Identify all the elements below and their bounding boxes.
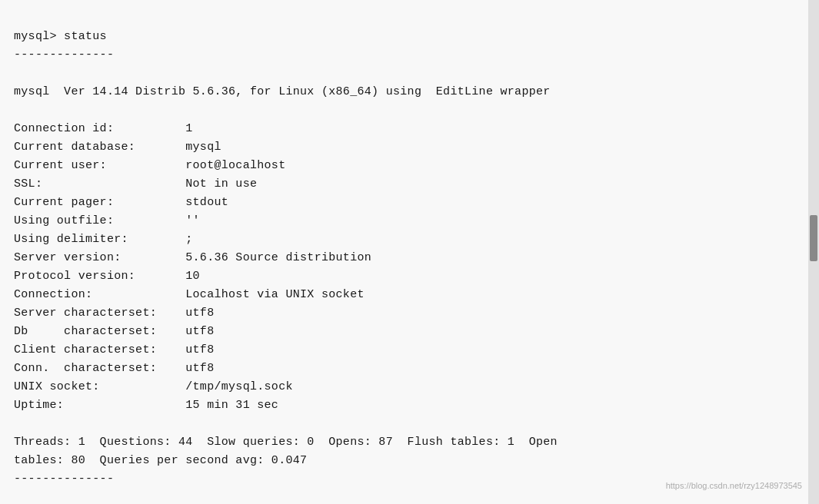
field-ssl: SSL: Not in use (14, 177, 257, 191)
field-current-pager: Current pager: stdout (14, 196, 228, 209)
separator-bottom: -------------- (14, 472, 114, 486)
separator-top: -------------- (14, 48, 114, 61)
field-current-database: Current database: mysql (14, 141, 221, 154)
scrollbar[interactable] (808, 0, 819, 504)
version-line: mysql Ver 14.14 Distrib 5.6.36, for Linu… (14, 85, 551, 98)
field-server-characterset: Server characterset: utf8 (14, 307, 214, 320)
terminal-content: mysql> status -------------- mysql Ver 1… (0, 0, 819, 504)
terminal-window: mysql> status -------------- mysql Ver 1… (0, 0, 819, 504)
field-protocol-version: Protocol version: 10 (14, 270, 200, 283)
field-using-outfile: Using outfile: '' (14, 214, 200, 227)
stats-line1: Threads: 1 Questions: 44 Slow queries: 0… (14, 436, 558, 449)
field-unix-socket: UNIX socket: /tmp/mysql.sock (14, 380, 293, 393)
field-db-characterset: Db characterset: utf8 (14, 325, 214, 338)
prompt-line: mysql> status (14, 30, 107, 43)
field-current-user: Current user: root@localhost (14, 159, 285, 172)
field-server-version: Server version: 5.6.36 Source distributi… (14, 251, 371, 264)
field-using-delimiter: Using delimiter: ; (14, 233, 193, 246)
watermark: https://blog.csdn.net/rzy1248973545 (666, 481, 802, 490)
field-connection: Connection: Localhost via UNIX socket (14, 288, 365, 301)
field-client-characterset: Client characterset: utf8 (14, 343, 214, 356)
field-connection-id: Connection id: 1 (14, 122, 193, 135)
stats-line2: tables: 80 Queries per second avg: 0.047 (14, 454, 307, 467)
scrollbar-thumb[interactable] (810, 215, 817, 261)
field-conn-characterset: Conn. characterset: utf8 (14, 362, 214, 375)
field-uptime: Uptime: 15 min 31 sec (14, 399, 278, 412)
